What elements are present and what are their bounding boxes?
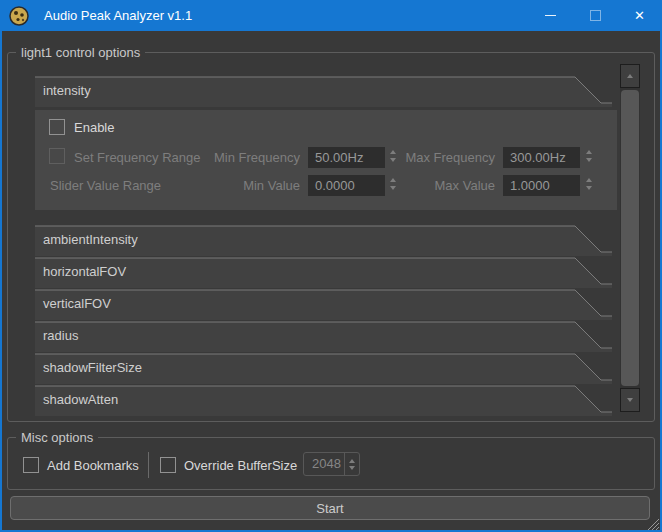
spin-down-icon — [349, 466, 355, 470]
rollout-header-verticalfov[interactable]: verticalFOV — [35, 289, 612, 321]
buffer-size-value: 2048 — [304, 453, 344, 475]
override-buffersize-checkbox[interactable] — [160, 457, 176, 473]
intensity-panel: Enable Set Frequency Range Min Frequency… — [35, 110, 617, 210]
rollout-label: horizontalFOV — [43, 257, 126, 287]
override-buffersize-label: Override BufferSize — [184, 458, 297, 473]
rollout-label: intensity — [43, 76, 91, 106]
min-value-label: Min Value — [200, 178, 300, 193]
window-border-left — [0, 0, 2, 532]
rollout-header-horizontalfov[interactable]: horizontalFOV — [35, 257, 612, 289]
max-frequency-spinner-icons[interactable] — [586, 150, 592, 162]
scroll-up-icon — [627, 74, 633, 78]
enable-label: Enable — [74, 120, 114, 135]
min-frequency-label: Min Frequency — [200, 150, 300, 165]
misc-separator — [148, 452, 149, 478]
max-value-label: Max Value — [395, 178, 495, 193]
max-value-spinbox[interactable]: 1.0000 — [503, 175, 580, 196]
spin-down-icon — [586, 158, 592, 162]
rollout-header-intensity[interactable]: intensity — [35, 76, 612, 108]
set-frequency-range-label: Set Frequency Range — [74, 150, 200, 165]
rollout-label: verticalFOV — [43, 289, 111, 319]
window-title: Audio Peak Analyzer v1.1 — [44, 8, 192, 23]
rollout-tab-shape — [35, 76, 612, 108]
scrollbar-up-button[interactable] — [620, 64, 640, 88]
close-button[interactable]: ✕ — [617, 0, 662, 31]
close-icon: ✕ — [634, 9, 645, 22]
max-value-spinner-icons[interactable] — [586, 178, 592, 190]
maximize-icon — [590, 10, 601, 21]
rollout-tab-shape — [35, 385, 612, 417]
maximize-button[interactable] — [573, 0, 618, 31]
min-value-spinbox[interactable]: 0.0000 — [308, 175, 385, 196]
rollout-tab-shape — [35, 321, 612, 353]
spin-up-icon — [586, 178, 592, 182]
spin-up-icon — [586, 150, 592, 154]
rollout-header-radius[interactable]: radius — [35, 321, 612, 353]
rollout-header-ambientintensity[interactable]: ambientIntensity — [35, 225, 612, 257]
app-cookie-icon[interactable] — [9, 6, 29, 26]
max-frequency-label: Max Frequency — [395, 150, 495, 165]
rollout-header-shadowfiltersize[interactable]: shadowFilterSize — [35, 353, 612, 385]
max-frequency-spinbox[interactable]: 300.00Hz — [503, 147, 580, 168]
rollout-header-shadowatten[interactable]: shadowAtten — [35, 385, 612, 417]
minimize-button[interactable] — [528, 0, 573, 31]
scroll-down-icon — [627, 398, 633, 402]
rollout-label: shadowAtten — [43, 385, 118, 415]
add-bookmarks-checkbox[interactable] — [23, 457, 39, 473]
buffer-size-spinner-icons[interactable] — [344, 453, 359, 475]
enable-checkbox[interactable] — [49, 119, 65, 135]
light-control-group-label: light1 control options — [16, 45, 145, 60]
misc-options-group-label: Misc options — [16, 430, 98, 445]
spin-down-icon — [586, 186, 592, 190]
minimize-icon — [545, 15, 556, 16]
scrollbar-down-button[interactable] — [620, 388, 640, 412]
slider-value-range-label: Slider Value Range — [50, 178, 161, 193]
set-frequency-range-checkbox[interactable] — [49, 148, 65, 164]
min-frequency-spinbox[interactable]: 50.00Hz — [308, 147, 385, 168]
resize-grip[interactable] — [646, 517, 659, 530]
start-button-label: Start — [316, 501, 343, 516]
rollout-tab-shape — [35, 289, 612, 321]
rollout-label: radius — [43, 321, 78, 351]
add-bookmarks-label: Add Bookmarks — [47, 458, 139, 473]
start-button[interactable]: Start — [10, 496, 650, 520]
scrollbar-thumb[interactable] — [621, 90, 639, 386]
spin-up-icon — [349, 459, 355, 463]
rollout-label: shadowFilterSize — [43, 353, 142, 383]
rollout-label: ambientIntensity — [43, 225, 138, 255]
buffer-size-spinbox[interactable]: 2048 — [303, 452, 360, 476]
app-window: Audio Peak Analyzer v1.1 ✕ light1 contro… — [0, 0, 662, 532]
